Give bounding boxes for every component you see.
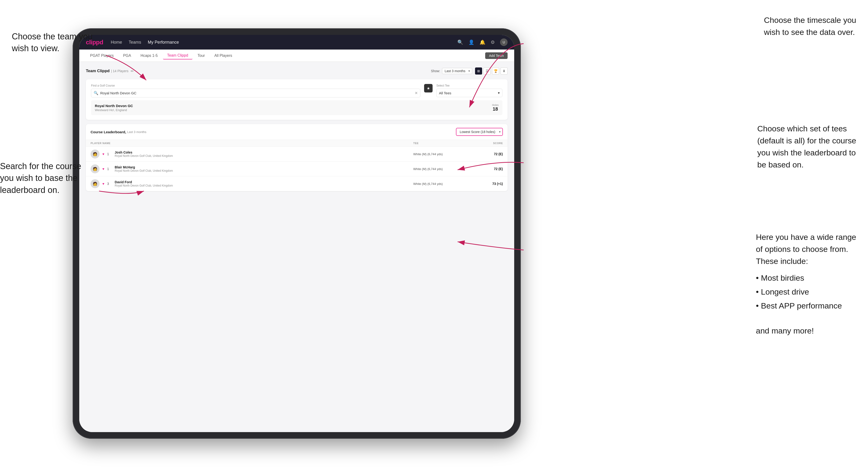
tee-select-label: Select Tee xyxy=(436,84,502,87)
score-dropdown-wrapper: Lowest Score (18 holes) Most Birdies Lon… xyxy=(456,128,503,136)
annotation-middle-left: Search for the courseyou wish to base th… xyxy=(0,160,81,196)
table-row[interactable]: 🧑 ♥ 1 Blair McHarg Royal North Devon Gol… xyxy=(86,161,507,177)
tablet-device: clippd Home Teams My Performance 🔍 👤 🔔 ⚙… xyxy=(73,28,521,439)
search-icon: 🔍 xyxy=(94,91,98,95)
avatar[interactable]: U xyxy=(500,38,507,46)
heart-icon-3[interactable]: ♥ xyxy=(102,182,104,186)
course-info: Royal North Devon GC Westward Ho!, Engla… xyxy=(95,104,133,112)
bell-icon[interactable]: 🔔 xyxy=(479,39,486,45)
player-info-3: David Ford Royal North Devon Golf Club, … xyxy=(115,180,173,187)
tee-select-wrap[interactable]: All Tees ▾ xyxy=(436,89,502,97)
annotation-middle-right: Choose which set of tees(default is all)… xyxy=(757,123,856,171)
bullet-item-2: Longest drive xyxy=(756,285,856,299)
bullet-item-1: Most birdies xyxy=(756,271,856,285)
edit-icon[interactable]: ✏ xyxy=(131,69,134,73)
table-header: PLAYER NAME TEE SCORE xyxy=(86,140,507,147)
leaderboard-title: Course Leaderboard, xyxy=(91,130,126,134)
player-score-2: 72 (E) xyxy=(474,167,503,171)
player-score-3: 73 (+1) xyxy=(474,182,503,186)
player-avatar-2: 🧑 xyxy=(91,164,99,173)
annotation-top-right: Choose the timescale youwish to see the … xyxy=(764,14,856,38)
course-name: Royal North Devon GC xyxy=(95,104,133,108)
subnav-pga[interactable]: PGA xyxy=(119,52,135,59)
settings-icon[interactable]: ⚙ xyxy=(491,39,495,45)
heart-icon-2[interactable]: ♥ xyxy=(102,167,104,171)
player-rank-1: 1 xyxy=(107,152,112,156)
score-type-dropdown[interactable]: Lowest Score (18 holes) Most Birdies Lon… xyxy=(456,128,503,136)
subnav-team-clippd[interactable]: Team Clippd xyxy=(163,52,192,59)
add-team-button[interactable]: Add Team xyxy=(485,52,507,59)
leaderboard-table: PLAYER NAME TEE SCORE 🧑 ♥ 1 Josh Coles xyxy=(86,140,507,191)
clear-icon[interactable]: ✕ xyxy=(415,91,418,95)
player-club-3: Royal North Devon Golf Club, United King… xyxy=(115,184,173,187)
nav-home[interactable]: Home xyxy=(111,40,122,45)
annotation-top-left: Choose the team you wish to view. xyxy=(12,31,111,55)
course-search-label: Find a Golf Course xyxy=(91,84,420,87)
course-search-input[interactable] xyxy=(100,91,413,95)
nav-right-icons: 🔍 👤 🔔 ⚙ U xyxy=(457,38,507,46)
search-icon[interactable]: 🔍 xyxy=(457,39,463,45)
player-tee-2: White (M) (6,744 yds) xyxy=(413,167,474,171)
leaderboard-section: Course Leaderboard, Last 3 months Lowest… xyxy=(86,124,507,191)
nav-bar: clippd Home Teams My Performance 🔍 👤 🔔 ⚙… xyxy=(79,35,514,50)
tee-chevron-icon: ▾ xyxy=(498,91,500,95)
leaderboard-subtitle: Last 3 months xyxy=(127,130,147,134)
and-more-text: and many more! xyxy=(756,326,814,335)
team-player-count: | 14 Players xyxy=(111,69,129,73)
player-rank-3: 3 xyxy=(107,182,112,186)
list-view-button[interactable]: ☰ xyxy=(484,67,491,74)
player-cell-2: 🧑 ♥ 1 Blair McHarg Royal North Devon Gol… xyxy=(91,164,413,173)
options-list: Most birdies Longest drive Best APP perf… xyxy=(756,271,856,313)
course-location: Westward Ho!, England xyxy=(95,108,133,112)
star-button-wrap: ★ xyxy=(424,84,433,92)
player-tee-1: White (M) (6,744 yds) xyxy=(413,152,474,156)
player-score-1: 72 (E) xyxy=(474,152,503,156)
heart-icon-1[interactable]: ♥ xyxy=(102,152,104,156)
content-area: Team Clippd | 14 Players ✏ Show: Last 3 … xyxy=(79,62,514,432)
tablet-screen: clippd Home Teams My Performance 🔍 👤 🔔 ⚙… xyxy=(79,35,514,432)
player-club-2: Royal North Devon Golf Club, United King… xyxy=(115,169,173,173)
holes-value: 18 xyxy=(492,106,499,112)
player-info-2: Blair McHarg Royal North Devon Golf Club… xyxy=(115,165,173,173)
holes-box: Holes 18 xyxy=(492,103,499,112)
nav-teams[interactable]: Teams xyxy=(129,40,141,45)
team-header: Team Clippd | 14 Players ✏ Show: Last 3 … xyxy=(86,67,507,74)
player-name-2: Blair McHarg xyxy=(115,165,173,169)
subnav-tour[interactable]: Tour xyxy=(193,52,209,59)
trophy-view-button[interactable]: 🏆 xyxy=(492,67,499,74)
player-info-1: Josh Coles Royal North Devon Golf Club, … xyxy=(115,151,173,158)
player-cell-1: 🧑 ♥ 1 Josh Coles Royal North Devon Golf … xyxy=(91,150,413,158)
annotation-bottom-right: Here you have a wide rangeof options to … xyxy=(756,231,856,337)
subnav-hcaps[interactable]: Hcaps 1-5 xyxy=(136,52,162,59)
search-section: Find a Golf Course 🔍 ✕ ★ Select Tee xyxy=(86,79,507,120)
player-avatar-1: 🧑 xyxy=(91,150,99,158)
timescale-dropdown[interactable]: Last 3 months Last month Last 6 months L… xyxy=(442,68,472,74)
search-row: Find a Golf Course 🔍 ✕ ★ Select Tee xyxy=(91,84,502,97)
favorite-button[interactable]: ★ xyxy=(424,84,433,92)
table-row[interactable]: 🧑 ♥ 1 Josh Coles Royal North Devon Golf … xyxy=(86,147,507,161)
col-score-header: SCORE xyxy=(474,142,503,145)
player-club-1: Royal North Devon Golf Club, United King… xyxy=(115,154,173,158)
player-tee-3: White (M) (6,744 yds) xyxy=(413,182,474,186)
nav-my-performance[interactable]: My Performance xyxy=(148,40,179,45)
course-result[interactable]: Royal North Devon GC Westward Ho!, Engla… xyxy=(91,100,502,115)
nav-links: Home Teams My Performance xyxy=(111,40,179,45)
grid-view-button[interactable]: ⊞ xyxy=(475,67,482,74)
tee-select-group: Select Tee All Tees ▾ xyxy=(436,84,502,97)
timescale-dropdown-wrapper: Last 3 months Last month Last 6 months L… xyxy=(442,68,472,74)
player-rank-2: 1 xyxy=(107,167,112,171)
col-tee-header: TEE xyxy=(413,142,474,145)
course-search-wrap: 🔍 ✕ xyxy=(91,89,420,97)
leaderboard-header: Course Leaderboard, Last 3 months Lowest… xyxy=(86,124,507,140)
player-avatar-3: 🧑 xyxy=(91,179,99,188)
player-name-3: David Ford xyxy=(115,180,173,184)
col-player-header: PLAYER NAME xyxy=(91,142,413,145)
player-name-1: Josh Coles xyxy=(115,151,173,154)
view-icons: ⊞ ☰ 🏆 ⬇ xyxy=(475,67,507,74)
course-search-group: Find a Golf Course 🔍 ✕ xyxy=(91,84,420,97)
user-icon[interactable]: 👤 xyxy=(468,39,474,45)
download-button[interactable]: ⬇ xyxy=(500,67,507,74)
table-row[interactable]: 🧑 ♥ 3 David Ford Royal North Devon Golf … xyxy=(86,177,507,191)
bullet-item-3: Best APP performance xyxy=(756,299,856,313)
subnav-all-players[interactable]: All Players xyxy=(210,52,237,59)
